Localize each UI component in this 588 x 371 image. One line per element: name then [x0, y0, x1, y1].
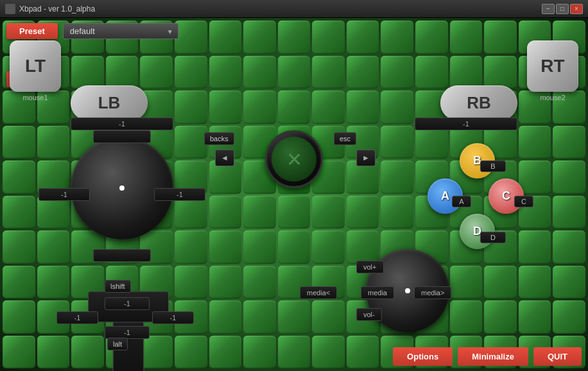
media-center-button[interactable]: media: [361, 286, 394, 299]
ls-right-axis[interactable]: -1: [154, 188, 205, 201]
grid-cell: [243, 336, 276, 369]
grid-cell: [37, 336, 70, 369]
grid-cell: [312, 91, 345, 124]
grid-cell: [381, 126, 413, 159]
lb-bumper-button[interactable]: LB: [71, 85, 148, 121]
grid-cell: [140, 56, 173, 89]
esc-button[interactable]: esc: [334, 132, 356, 145]
grid-cell: [347, 196, 379, 229]
grid-cell: [209, 196, 242, 229]
maximize-window-button[interactable]: □: [556, 4, 569, 14]
rb-label: RB: [467, 93, 491, 113]
titlebar-buttons: − □ ×: [542, 4, 583, 14]
grid-cell: [175, 91, 207, 124]
minimize-window-button[interactable]: −: [542, 4, 555, 14]
grid-cell: [37, 230, 70, 264]
grid-cell: [3, 230, 35, 264]
bottom-bar: Options Minimalize QUIT: [393, 347, 582, 366]
vol-minus-button[interactable]: vol-: [356, 308, 382, 321]
preset-button[interactable]: Preset: [6, 23, 58, 39]
lalt-button[interactable]: lalt: [107, 338, 128, 350]
grid-cell: [312, 336, 345, 369]
ls-left-axis[interactable]: -1: [39, 188, 90, 201]
grid-cell: [347, 56, 379, 89]
dp-bottom-axis[interactable]: -1: [105, 326, 150, 339]
grid-cell: [278, 230, 311, 264]
rt-trigger-button[interactable]: RT: [527, 40, 578, 92]
close-window-button[interactable]: ×: [570, 4, 583, 14]
options-button[interactable]: Options: [393, 347, 453, 366]
arrow-right-button[interactable]: ►: [356, 150, 376, 166]
grid-cell: [243, 300, 276, 334]
grid-cell: [209, 91, 242, 124]
toolbar: Preset default ▼ Mouse: [0, 23, 588, 39]
grid-cell: [553, 126, 585, 159]
grid-cell: [519, 266, 551, 299]
dp-top-axis[interactable]: -1: [105, 297, 150, 310]
app-icon: [5, 4, 15, 14]
grid-cell: [519, 300, 551, 334]
grid-cell: [312, 300, 345, 334]
c-button-label[interactable]: C: [514, 196, 533, 207]
grid-cell: [209, 266, 242, 299]
grid-cell: [209, 336, 242, 369]
grid-cell: [106, 56, 139, 89]
titlebar-left: Xbpad - ver 1.0_alpha: [5, 4, 95, 14]
grid-cell: [553, 230, 585, 264]
arrow-left-button[interactable]: ◄: [215, 150, 234, 166]
grid-cell: [381, 196, 413, 229]
lb-axis-bar[interactable]: -1: [71, 117, 173, 130]
b-button-label[interactable]: B: [480, 160, 506, 172]
grid-cell: [243, 266, 276, 299]
media-right-button[interactable]: media>: [414, 286, 451, 299]
minimalize-button[interactable]: Minimalize: [458, 347, 528, 366]
a-button-label[interactable]: A: [452, 196, 471, 207]
grid-cell: [278, 91, 311, 124]
grid-cell: [3, 126, 35, 159]
xbox-logo: ✕: [272, 137, 316, 182]
preset-dropdown[interactable]: default: [63, 23, 178, 39]
grid-cell: [175, 336, 207, 369]
grid-cell: [553, 160, 585, 194]
grid-cell: [450, 300, 483, 334]
grid-cell: [209, 300, 242, 334]
grid-cell: [347, 91, 379, 124]
grid-cell: [243, 56, 276, 89]
grid-cell: [37, 126, 70, 159]
grid-cell: [553, 300, 585, 334]
grid-cell: [278, 56, 311, 89]
grid-cell: [312, 56, 345, 89]
grid-cell: [484, 56, 517, 89]
grid-cell: [175, 266, 207, 299]
grid-cell: [175, 126, 207, 159]
preset-dropdown-wrap: default ▼: [63, 23, 178, 39]
grid-cell: [278, 196, 311, 229]
left-stick-dot: [119, 186, 125, 191]
grid-cell: [175, 230, 207, 264]
dp-right-axis[interactable]: -1: [152, 311, 194, 324]
grid-cell: [381, 91, 413, 124]
grid-cell: [37, 266, 70, 299]
media-left-button[interactable]: media<: [300, 286, 337, 299]
rb-bumper-button[interactable]: RB: [440, 85, 517, 121]
grid-cell: [278, 300, 311, 334]
grid-cell: [209, 56, 242, 89]
d-button-label[interactable]: D: [480, 232, 506, 243]
vol-plus-button[interactable]: vol+: [356, 261, 384, 273]
grid-cell: [278, 336, 311, 369]
lshift-button[interactable]: lshift: [105, 280, 131, 293]
backs-button[interactable]: backs: [204, 132, 234, 145]
grid-cell: [450, 56, 483, 89]
grid-cell: [3, 196, 35, 229]
grid-cell: [312, 196, 345, 229]
lt-trigger-button[interactable]: LT: [10, 40, 61, 92]
quit-button[interactable]: QUIT: [533, 347, 582, 366]
dp-left-axis[interactable]: -1: [56, 311, 98, 324]
lb-label: LB: [98, 93, 121, 113]
xbox-center-button[interactable]: ✕: [265, 130, 323, 188]
ls-top-axis[interactable]: [93, 130, 151, 143]
ls-bottom-axis[interactable]: [93, 249, 151, 262]
rb-axis-bar[interactable]: -1: [415, 117, 517, 130]
lt-mouse-label: mouse1: [10, 94, 61, 101]
grid-cell: [415, 126, 448, 159]
